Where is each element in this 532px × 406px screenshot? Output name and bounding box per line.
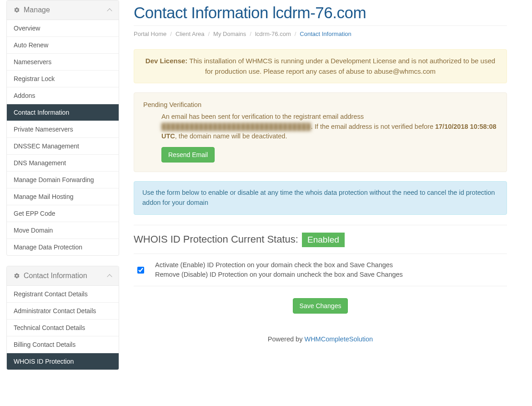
- pending-post-text-2: , the domain name will be deactivated.: [175, 132, 287, 140]
- whois-checkbox-text: Activate (Enable) ID Protection on your …: [155, 260, 403, 279]
- main-content: Contact Information lcdrm-76.com Portal …: [119, 0, 517, 380]
- contact-info-nav-item[interactable]: Registrant Contact Details: [7, 286, 119, 303]
- breadcrumb-separator: /: [170, 30, 172, 37]
- manage-nav-item[interactable]: Registrar Lock: [7, 71, 119, 87]
- breadcrumb-link[interactable]: My Domains: [213, 30, 246, 37]
- footer: Powered by WHMCompleteSolution: [134, 335, 507, 343]
- manage-nav-item[interactable]: Manage Mail Hosting: [7, 188, 119, 205]
- manage-nav-list: OverviewAuto RenewNameserversRegistrar L…: [7, 20, 119, 255]
- contact-info-panel: Contact Information Registrant Contact D…: [6, 266, 119, 370]
- breadcrumb-separator: /: [250, 30, 251, 37]
- manage-nav-item[interactable]: Addons: [7, 87, 119, 104]
- contact-info-nav-item[interactable]: WHOIS ID Protection: [7, 353, 119, 370]
- gear-icon: [14, 273, 20, 279]
- resend-email-button[interactable]: Resend Email: [161, 147, 215, 162]
- title-divider: [134, 25, 507, 26]
- manage-nav-item[interactable]: Private Nameservers: [7, 121, 119, 138]
- breadcrumb-current: Contact Information: [300, 30, 351, 37]
- breadcrumb-separator: /: [295, 30, 296, 37]
- pending-verification-alert: Pending Verification An email has been s…: [134, 92, 507, 172]
- footer-link[interactable]: WHMCompleteSolution: [304, 335, 373, 343]
- manage-nav-item[interactable]: DNSSEC Management: [7, 138, 119, 155]
- contact-info-panel-header[interactable]: Contact Information: [7, 266, 119, 286]
- dev-license-alert: Dev License: This installation of WHMCS …: [134, 49, 507, 83]
- whois-heading-text: WHOIS ID Protection Current Status:: [134, 233, 298, 244]
- manage-nav-item[interactable]: Move Domain: [7, 222, 119, 239]
- manage-nav-item[interactable]: DNS Management: [7, 155, 119, 172]
- manage-nav-item[interactable]: Manage Data Protection: [7, 239, 119, 255]
- manage-nav-item[interactable]: Get EPP Code: [7, 205, 119, 222]
- chevron-up-icon: [108, 274, 112, 278]
- whois-checkbox-row: Activate (Enable) ID Protection on your …: [134, 254, 507, 286]
- breadcrumb-separator: /: [208, 30, 210, 37]
- whois-line-1: Activate (Enable) ID Protection on your …: [155, 260, 403, 270]
- breadcrumb: Portal Home/Client Area/My Domains/lcdrm…: [134, 30, 507, 37]
- manage-nav-item[interactable]: Contact Information: [7, 104, 119, 121]
- dev-license-text: This installation of WHMCS is running un…: [189, 57, 495, 75]
- manage-panel-title: Manage: [24, 6, 50, 14]
- pending-post-text-1: . If the email address is not verified b…: [311, 123, 435, 130]
- manage-nav-item[interactable]: Manage Domain Forwarding: [7, 172, 119, 188]
- contact-info-nav-item[interactable]: Administrator Contact Details: [7, 303, 119, 320]
- contact-info-nav-item[interactable]: Billing Contact Details: [7, 336, 119, 353]
- gear-icon: [14, 7, 20, 13]
- contact-info-panel-title: Contact Information: [24, 272, 87, 280]
- whois-protection-checkbox[interactable]: [137, 267, 144, 274]
- manage-panel: Manage OverviewAuto RenewNameserversRegi…: [6, 0, 119, 256]
- contact-info-nav-item[interactable]: Technical Contact Details: [7, 320, 119, 336]
- save-changes-button[interactable]: Save Changes: [293, 298, 348, 314]
- sidebar: Manage OverviewAuto RenewNameserversRegi…: [0, 0, 119, 380]
- whois-status-badge: Enabled: [302, 233, 345, 247]
- pending-verification-title: Pending Verification: [143, 100, 497, 110]
- pending-blurred-email: ████████████████████████████████: [161, 123, 311, 130]
- manage-nav-item[interactable]: Auto Renew: [7, 37, 119, 54]
- whois-heading: WHOIS ID Protection Current Status: Enab…: [134, 233, 507, 247]
- breadcrumb-link[interactable]: Portal Home: [134, 30, 166, 37]
- section-divider: [134, 225, 507, 225]
- dev-license-label: Dev License:: [146, 57, 188, 65]
- chevron-up-icon: [108, 8, 112, 12]
- contact-info-nav-list: Registrant Contact DetailsAdministrator …: [7, 286, 119, 370]
- page-title: Contact Information lcdrm-76.com: [134, 4, 507, 22]
- info-alert: Use the form below to enable or disable …: [134, 181, 507, 215]
- breadcrumb-link[interactable]: lcdrm-76.com: [255, 30, 291, 37]
- manage-nav-item[interactable]: Nameservers: [7, 54, 119, 71]
- whois-line-2: Remove (Disable) ID Protection on your d…: [155, 270, 403, 279]
- manage-nav-item[interactable]: Overview: [7, 20, 119, 37]
- pending-pre-text: An email has been sent for verification …: [161, 113, 364, 120]
- manage-panel-header[interactable]: Manage: [7, 0, 119, 20]
- footer-text: Powered by: [268, 335, 305, 343]
- pending-verification-body: An email has been sent for verification …: [143, 112, 497, 162]
- breadcrumb-link[interactable]: Client Area: [176, 30, 205, 37]
